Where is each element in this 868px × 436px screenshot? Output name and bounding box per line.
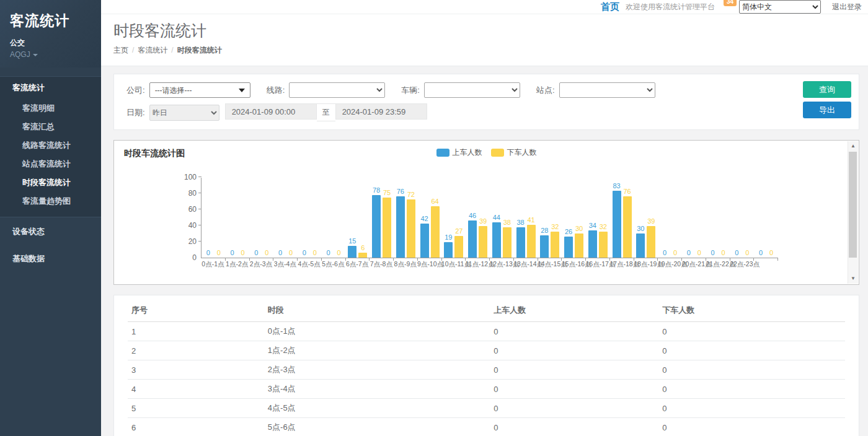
bar-column: 0 [766, 178, 777, 258]
bar-column: 39 [478, 178, 489, 258]
vehicle-select[interactable] [424, 82, 520, 98]
legend-item-boarding[interactable]: 上车人数 [436, 147, 482, 158]
x-axis-tick-label: 16点-17点 [586, 260, 610, 269]
breadcrumb-section[interactable]: 客流统计 [138, 46, 167, 54]
table-cell: 6 [128, 418, 264, 436]
date-preset-select[interactable]: 昨日 [149, 105, 219, 121]
bar-column: 30 [574, 178, 585, 258]
bar-value-label: 0 [735, 250, 738, 256]
notification-badge[interactable]: 34 [724, 0, 737, 6]
main-area: 首页 欢迎使用客流统计管理平台 34 简体中文 退出登录 时段客流统计 主页/客… [101, 0, 868, 436]
filter-row-1: 公司: ---请选择--- 线路: 车辆: [126, 82, 850, 98]
sidebar-section-0[interactable]: 客流统计 [0, 76, 101, 99]
table-row: 54点-5点00 [128, 399, 845, 418]
company-select[interactable]: ---请选择--- [149, 82, 250, 98]
bar [647, 226, 655, 258]
chart-category-group: 00 [250, 178, 274, 258]
x-axis-tick-mark [585, 258, 586, 261]
export-button[interactable]: 导出 [803, 102, 851, 118]
table-row: 32点-3点00 [128, 360, 845, 380]
date-label: 日期: [126, 107, 145, 118]
bar-value-label: 30 [637, 225, 644, 232]
bar [540, 235, 549, 258]
table-cell: 0 [658, 322, 845, 341]
chart-header: 时段车流统计图 上车人数 下车人数 [114, 141, 859, 159]
y-axis-tick-label: 40 [188, 222, 197, 229]
scrollbar-up-icon[interactable]: ▲ [848, 141, 858, 151]
bar-column: 0 [742, 178, 753, 258]
home-link[interactable]: 首页 [601, 1, 619, 13]
x-axis-tick-label: 11点-12点 [466, 260, 490, 269]
user-dropdown[interactable]: AQGJ [10, 50, 91, 59]
sidebar-section-2[interactable]: 基础数据 [0, 246, 101, 272]
chart-category-group: 00 [754, 178, 778, 258]
scrollbar-down-icon[interactable]: ▼ [848, 274, 858, 284]
sidebar-section-1[interactable]: 设备状态 [0, 219, 101, 245]
x-axis-tick-mark [297, 258, 298, 261]
station-select[interactable] [559, 82, 655, 98]
legend-swatch-yellow [491, 149, 504, 157]
bar-value-label: 27 [455, 228, 463, 235]
table-column-header: 序号 [128, 299, 264, 322]
bar-column: 42 [419, 178, 430, 258]
station-filter: 站点: [536, 82, 655, 98]
x-axis-tick-label: 5点-6点 [321, 260, 345, 269]
x-axis-tick-label: 7点-8点 [369, 260, 393, 269]
x-axis-tick-mark [730, 258, 730, 261]
x-axis-tick-label: 18点-19点 [634, 260, 658, 269]
table-cell: 4点-5点 [264, 399, 490, 418]
chart-scrollbar[interactable]: ▲ ▼ [848, 141, 858, 284]
scrollbar-thumb[interactable] [849, 152, 857, 258]
bar [551, 232, 559, 258]
sidebar-subitem[interactable]: 客流量趋势图 [0, 192, 101, 211]
language-select[interactable]: 简体中文 [739, 0, 821, 14]
y-axis-tick-label: 0 [192, 254, 197, 261]
legend-item-alighting[interactable]: 下车人数 [491, 147, 537, 158]
x-axis-tick-mark [417, 258, 418, 261]
chart-category-group: 00 [273, 178, 298, 258]
chart-title: 时段车流统计图 [124, 148, 185, 158]
x-axis-tick-label: 3点-4点 [273, 260, 297, 269]
line-filter: 线路: [267, 82, 386, 98]
filter-row-2: 日期: 昨日 至 [126, 103, 850, 121]
sidebar-subitem[interactable]: 客流明细 [0, 99, 101, 118]
x-axis-tick-mark [634, 258, 634, 261]
bar-value-label: 78 [373, 187, 380, 194]
x-axis-tick-mark [273, 258, 273, 261]
sidebar-subitem[interactable]: 客流汇总 [0, 118, 101, 136]
x-axis-tick-label: 0点-1点 [201, 260, 225, 269]
query-button[interactable]: 查询 [803, 81, 851, 98]
bar-column: 28 [539, 178, 550, 258]
x-axis-tick-label: 4点-5点 [297, 260, 321, 269]
sidebar-subitem[interactable]: 时段客流统计 [0, 173, 101, 192]
x-axis-tick-mark [369, 258, 370, 261]
logout-link[interactable]: 退出登录 [832, 2, 862, 12]
bar-value-label: 0 [673, 250, 677, 256]
bar-value-label: 32 [551, 224, 559, 230]
bar-value-label: 34 [589, 222, 596, 229]
bar [564, 237, 573, 258]
table-panel: 序号时段上车人数下车人数 10点-1点0021点-2点0032点-3点0043点… [113, 295, 859, 436]
bar-value-label: 0 [327, 250, 330, 256]
breadcrumb-home[interactable]: 主页 [113, 46, 128, 54]
app-root: 客流统计 公交 AQGJ 客流统计客流明细客流汇总线路客流统计站点客流统计时段客… [0, 0, 868, 436]
date-from-input[interactable] [225, 103, 317, 120]
bar-column: 46 [467, 178, 478, 258]
sidebar-subitem[interactable]: 线路客流统计 [0, 136, 101, 155]
x-axis-tick-mark [465, 258, 466, 261]
filter-panel: 公司: ---请选择--- 线路: 车辆: [113, 74, 859, 130]
chart-x-axis-labels: 0点-1点1点-2点2点-3点3点-4点4点-5点5点-6点6点-7点7点-8点… [201, 260, 778, 269]
line-select[interactable] [289, 82, 385, 98]
chart-category-group: 1927 [442, 178, 466, 258]
bar-column: 64 [430, 178, 440, 258]
sidebar-subitem[interactable]: 站点客流统计 [0, 155, 101, 173]
breadcrumb-separator: / [171, 46, 173, 54]
date-to-input[interactable] [335, 103, 427, 120]
x-axis-tick-label: 20点-21点 [682, 260, 706, 269]
bar-column: 41 [526, 178, 536, 258]
x-axis-tick-label: 9点-10点 [417, 260, 441, 269]
bar-column: 0 [286, 178, 296, 258]
bar-column: 27 [454, 178, 464, 258]
x-axis-tick-label: 12点-13点 [489, 260, 513, 269]
table-cell: 0 [658, 418, 845, 436]
